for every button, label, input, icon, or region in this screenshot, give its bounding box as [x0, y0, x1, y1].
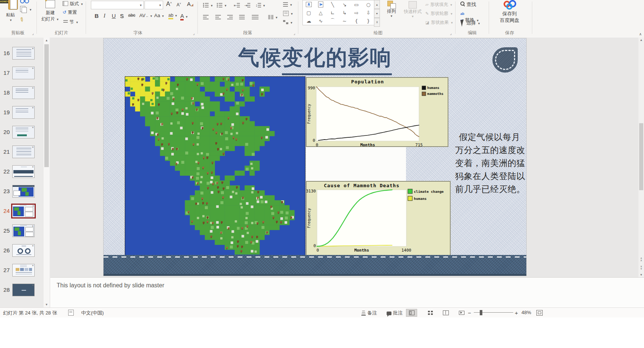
shapes-scroll-up-icon[interactable]: ▲: [374, 0, 380, 9]
slide-thumbnail-27[interactable]: ✶: [12, 264, 35, 277]
zoom-percentage[interactable]: 48%: [521, 310, 531, 315]
arc-shape-icon[interactable]: ⌒: [327, 17, 339, 25]
slide-body-text[interactable]: 假定气候以每月万分之五的速度改变着，南美洲的猛犸象在人类登陆以前几乎已经灭绝。: [455, 131, 530, 196]
text-direction-button[interactable]: ▼: [283, 1, 292, 7]
save-to-baidu-button[interactable]: 保存到 百度网盘: [492, 0, 527, 24]
reset-button[interactable]: ↺ 重置: [63, 9, 77, 16]
slide-number-indicator[interactable]: 幻灯片 第 24 张, 共 28 张: [3, 310, 57, 316]
section-button[interactable]: 节 ▼: [63, 18, 79, 25]
clear-formatting-button[interactable]: A◢: [187, 1, 193, 7]
slide-thumbnail-19[interactable]: ✶: [12, 106, 35, 119]
shapes-scroll-down-icon[interactable]: ▼: [374, 9, 380, 18]
bullets-button[interactable]: ▼: [203, 1, 213, 8]
shrink-font-button[interactable]: A˅: [177, 2, 181, 7]
scribble-shape-icon[interactable]: ∿: [315, 17, 327, 25]
slide-thumbnail-23[interactable]: ✶: [12, 185, 35, 198]
triangle-shape-icon[interactable]: △: [315, 9, 327, 17]
scrollbar-thumb[interactable]: [44, 44, 49, 167]
previous-slide-button[interactable]: ∧∧: [638, 257, 644, 262]
justify-button[interactable]: [239, 13, 245, 20]
new-slide-button[interactable]: ✦ 新建 幻灯片 ▼: [40, 0, 60, 22]
shape-fill-button[interactable]: ▱ 形状填充 ▼: [425, 1, 453, 8]
curve-shape-icon[interactable]: ~: [339, 17, 350, 25]
highlight-color-button[interactable]: ab ▼: [168, 13, 178, 18]
slide-thumbnail-28[interactable]: ✶: [12, 284, 35, 296]
americas-simulation-map[interactable]: [125, 76, 305, 256]
shapes-gallery[interactable]: A A ╲↘▭○▢△∟↳⇨⇩☁∿⌒~{}: [302, 0, 375, 25]
scroll-down-icon[interactable]: ▼: [638, 273, 644, 277]
slide-thumbnail-18[interactable]: ✶: [12, 86, 35, 99]
slide-thumbnail-20[interactable]: ✶: [12, 126, 35, 138]
zoom-out-button[interactable]: −: [468, 310, 471, 316]
line-spacing-button[interactable]: ↕ ▼: [256, 1, 266, 8]
zoom-in-button[interactable]: +: [515, 310, 518, 316]
language-indicator[interactable]: 中文(中国): [81, 310, 104, 316]
drawing-dialog-launcher[interactable]: ⌟: [450, 31, 452, 35]
slide-thumbnail-16[interactable]: ✶: [12, 47, 35, 60]
scroll-down-icon[interactable]: ▼: [44, 302, 50, 307]
spell-check-icon[interactable]: [68, 310, 74, 316]
shapes-gallery-scroll[interactable]: ▲ ▼ ⊻: [374, 0, 380, 25]
font-size-combo[interactable]: ▼: [145, 1, 163, 9]
decrease-indent-button[interactable]: ⇤: [234, 1, 240, 8]
align-text-button[interactable]: ▼: [283, 10, 293, 16]
scroll-up-icon[interactable]: ▲: [44, 38, 50, 43]
format-painter-button[interactable]: ✎: [18, 16, 26, 24]
italic-button[interactable]: I: [104, 13, 105, 19]
arrange-button[interactable]: 排列 ▼: [383, 0, 400, 18]
rounded-rectangle-shape-icon[interactable]: ▢: [303, 9, 315, 17]
copy-button[interactable]: ▼: [20, 6, 28, 13]
scroll-up-icon[interactable]: ▲: [638, 38, 644, 42]
font-dialog-launcher[interactable]: ⌟: [193, 31, 195, 35]
numbering-button[interactable]: ▼: [217, 1, 227, 8]
grow-font-button[interactable]: A˄: [166, 1, 172, 7]
down-arrow-shape-icon[interactable]: ⇩: [362, 9, 374, 17]
line-shape-icon[interactable]: ╲: [327, 0, 339, 9]
right-brace-shape-icon[interactable]: }: [362, 17, 374, 25]
left-brace-shape-icon[interactable]: {: [350, 17, 362, 25]
paste-button[interactable]: 粘贴 ▼: [3, 0, 18, 26]
strikethrough-button[interactable]: abc: [128, 13, 135, 18]
distributed-button[interactable]: [252, 13, 258, 20]
scrollbar-thumb[interactable]: [639, 123, 643, 190]
collapse-ribbon-icon[interactable]: ∧: [639, 32, 642, 36]
convert-smartart-button[interactable]: ▼: [283, 19, 293, 25]
paragraph-dialog-launcher[interactable]: ⌟: [294, 31, 295, 35]
slide-thumbnail-21[interactable]: ✶: [12, 146, 35, 158]
shapes-more-icon[interactable]: ⊻: [374, 18, 380, 27]
oval-shape-icon[interactable]: ○: [362, 0, 374, 9]
layout-button[interactable]: 版式 ▼: [63, 0, 83, 7]
increase-indent-button[interactable]: ⇥: [244, 1, 250, 8]
notes-toggle-button[interactable]: 备注: [361, 310, 377, 316]
notes-pane[interactable]: This layout is not defined by slide mast…: [50, 277, 644, 308]
vertical-text-box-icon[interactable]: A: [318, 1, 323, 7]
normal-view-button[interactable]: [406, 309, 417, 317]
slide-thumbnail-26[interactable]: ✶: [12, 244, 35, 257]
align-center-button[interactable]: [215, 13, 221, 20]
columns-button[interactable]: ▼: [268, 13, 278, 20]
vertical-scrollbar[interactable]: ▲ ∧∧ ∨∨ ▼: [638, 38, 644, 277]
slide-thumbnail-25[interactable]: ✶: [12, 224, 35, 237]
shape-outline-button[interactable]: ✎ 形状轮廓 ▼: [425, 10, 453, 17]
character-spacing-button[interactable]: AV↔ ▼: [139, 13, 153, 18]
next-slide-button[interactable]: ∨∨: [638, 265, 644, 270]
slide-thumbnail-22[interactable]: ✶: [12, 165, 35, 178]
reading-view-button[interactable]: [440, 309, 451, 317]
elbow-arrow-connector-icon[interactable]: ↳: [339, 9, 350, 17]
font-name-combo[interactable]: ▼: [91, 1, 144, 9]
bold-button[interactable]: B: [95, 13, 99, 19]
thumbnail-panel-scrollbar[interactable]: ▲ ▼: [44, 38, 50, 307]
population-chart[interactable]: PopulationFrequency99000Months715humansm…: [306, 77, 448, 147]
comments-toggle-button[interactable]: 批注: [387, 310, 403, 316]
find-button[interactable]: 查找: [460, 1, 476, 8]
slideshow-button[interactable]: [456, 309, 467, 317]
freeform-shape-icon[interactable]: ☁: [303, 17, 315, 25]
change-case-button[interactable]: Aa ▼: [154, 13, 164, 18]
shape-effects-button[interactable]: ◪ 形状效果 ▼: [425, 19, 453, 26]
slide-thumbnail-24[interactable]: ✶: [11, 204, 36, 218]
text-shadow-button[interactable]: S: [120, 13, 124, 19]
align-right-button[interactable]: [227, 13, 233, 20]
arrow-shape-icon[interactable]: ↘: [339, 0, 350, 9]
right-arrow-shape-icon[interactable]: ⇨: [350, 9, 362, 17]
slide-thumbnail-17[interactable]: ✶: [12, 67, 35, 79]
